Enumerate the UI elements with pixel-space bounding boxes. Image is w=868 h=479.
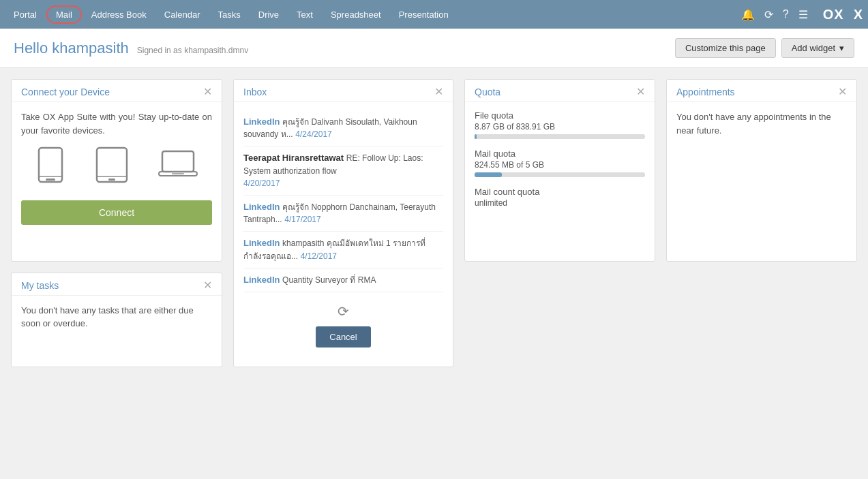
header-bar: Hello khampasith Signed in as khampasith… bbox=[0, 29, 868, 68]
inbox-date-4: 4/12/2017 bbox=[301, 251, 337, 261]
svg-rect-4 bbox=[108, 179, 115, 181]
nav-mail[interactable]: Mail bbox=[46, 5, 82, 24]
svg-rect-8 bbox=[172, 173, 184, 174]
inbox-close[interactable]: ✕ bbox=[434, 87, 443, 97]
nav-presentation[interactable]: Presentation bbox=[391, 5, 457, 24]
quota-body: File quota 8.87 GB of 838.91 GB Mail quo… bbox=[465, 102, 655, 226]
tablet-icon bbox=[95, 146, 129, 189]
inbox-sender-4: LinkedIn bbox=[243, 238, 280, 248]
inbox-item-5[interactable]: LinkedIn Quantity Surveyor ที่ RMA bbox=[243, 268, 443, 292]
quota-widget: Quota ✕ File quota 8.87 GB of 838.91 GB … bbox=[464, 79, 655, 262]
cancel-button[interactable]: Cancel bbox=[316, 326, 370, 347]
nav-portal[interactable]: Portal bbox=[5, 5, 45, 24]
nav-calendar[interactable]: Calendar bbox=[156, 5, 209, 24]
inbox-item-1[interactable]: LinkedIn คุณรู้จัก Dalivanh Sisoulath, V… bbox=[243, 110, 443, 146]
svg-rect-1 bbox=[46, 179, 55, 181]
help-icon[interactable]: ? bbox=[783, 8, 789, 20]
appointments-widget: Appointments ✕ You don't have any appoin… bbox=[666, 79, 857, 262]
header-left: Hello khampasith Signed in as khampasith… bbox=[14, 40, 248, 57]
appointments-description: You don't have any appointments in the n… bbox=[676, 110, 847, 137]
appointments-body: You don't have any appointments in the n… bbox=[667, 102, 856, 145]
add-widget-chevron: ▾ bbox=[839, 43, 844, 53]
header-greeting: Hello khampasith bbox=[14, 40, 129, 57]
inbox-sender-5: LinkedIn bbox=[243, 275, 280, 285]
ox-logo-x: X bbox=[854, 7, 863, 22]
inbox-sender-2: Teerapat Hiransrettawat bbox=[243, 153, 344, 163]
main-content: Connect your Device ✕ Take OX App Suite … bbox=[0, 68, 868, 378]
connect-description: Take OX App Suite with you! Stay up-to-d… bbox=[21, 110, 212, 137]
nav-spreadsheet[interactable]: Spreadsheet bbox=[323, 5, 389, 24]
quota-header: Quota ✕ bbox=[465, 80, 655, 102]
loading-spinner-icon: ⟳ bbox=[338, 303, 349, 320]
nav-addressbook[interactable]: Address Book bbox=[83, 5, 155, 24]
connect-button[interactable]: Connect bbox=[21, 200, 212, 225]
inbox-widget: Inbox ✕ LinkedIn คุณรู้จัก Dalivanh Siso… bbox=[233, 79, 453, 367]
nav-drive[interactable]: Drive bbox=[250, 5, 287, 24]
inbox-title: Inbox bbox=[243, 87, 267, 97]
mail-quota-bar-fill bbox=[475, 172, 502, 177]
mail-count-quota-label: Mail count quota bbox=[475, 187, 645, 197]
quota-title: Quota bbox=[475, 87, 500, 97]
mail-count-quota-value: unlimited bbox=[475, 198, 645, 208]
appointments-close[interactable]: ✕ bbox=[838, 87, 847, 97]
tasks-widget: My tasks ✕ You don't have any tasks that… bbox=[11, 273, 222, 367]
inbox-header: Inbox ✕ bbox=[234, 80, 453, 102]
quota-close[interactable]: ✕ bbox=[636, 87, 645, 97]
inbox-body: LinkedIn คุณรู้จัก Dalivanh Sisoulath, V… bbox=[234, 102, 453, 367]
nav-items: Portal Mail Address Book Calendar Tasks … bbox=[5, 5, 741, 24]
inbox-sender-3: LinkedIn bbox=[243, 202, 280, 212]
file-quota-section: File quota 8.87 GB of 838.91 GB bbox=[475, 110, 645, 139]
connect-device-title: Connect your Device bbox=[21, 87, 110, 97]
svg-rect-6 bbox=[162, 151, 194, 172]
file-quota-value: 8.87 GB of 838.91 GB bbox=[475, 122, 645, 132]
ox-logo: OX bbox=[823, 7, 844, 22]
tasks-body: You don't have any tasks that are either… bbox=[12, 296, 222, 339]
menu-icon[interactable]: ☰ bbox=[798, 8, 808, 21]
header-right: Customize this page Add widget ▾ bbox=[675, 38, 854, 58]
tasks-description: You don't have any tasks that are either… bbox=[21, 304, 212, 330]
bell-icon[interactable]: 🔔 bbox=[741, 8, 755, 21]
tasks-close[interactable]: ✕ bbox=[203, 280, 212, 291]
file-quota-bar-fill bbox=[475, 134, 477, 139]
nav-text[interactable]: Text bbox=[288, 5, 321, 24]
inbox-item-3[interactable]: LinkedIn คุณรู้จัก Nopphorn Danchainam, … bbox=[243, 196, 443, 232]
file-quota-bar-bg bbox=[475, 134, 645, 139]
add-widget-label: Add widget bbox=[792, 43, 835, 53]
appointments-header: Appointments ✕ bbox=[667, 80, 856, 102]
inbox-preview-5: Quantity Surveyor ที่ RMA bbox=[282, 275, 376, 285]
tasks-header: My tasks ✕ bbox=[12, 273, 222, 296]
top-navigation: Portal Mail Address Book Calendar Tasks … bbox=[0, 0, 868, 29]
add-widget-button[interactable]: Add widget ▾ bbox=[781, 38, 854, 58]
header-signed-in: Signed in as khampasith.dmnv bbox=[137, 46, 248, 55]
nav-tasks[interactable]: Tasks bbox=[210, 5, 249, 24]
inbox-loading: ⟳ Cancel bbox=[243, 292, 443, 358]
mail-quota-bar-bg bbox=[475, 172, 645, 177]
inbox-date-2: 4/20/2017 bbox=[243, 179, 280, 188]
mail-count-quota-section: Mail count quota unlimited bbox=[475, 187, 645, 208]
inbox-item-2[interactable]: Teerapat Hiransrettawat RE: Follow Up: L… bbox=[243, 146, 443, 196]
inbox-sender-1: LinkedIn bbox=[243, 117, 280, 127]
customize-page-button[interactable]: Customize this page bbox=[675, 38, 776, 58]
topnav-right: 🔔 ⟳ ? ☰ OX X bbox=[741, 7, 863, 22]
mail-quota-label: Mail quota bbox=[475, 149, 645, 159]
laptop-icon bbox=[158, 150, 198, 186]
mail-quota-value: 824.55 MB of 5 GB bbox=[475, 160, 645, 170]
inbox-date-1: 4/24/2017 bbox=[295, 129, 331, 139]
device-icons bbox=[21, 146, 212, 189]
connect-device-close[interactable]: ✕ bbox=[203, 87, 212, 97]
connect-device-widget: Connect your Device ✕ Take OX App Suite … bbox=[11, 79, 222, 262]
appointments-title: Appointments bbox=[676, 87, 735, 97]
inbox-item-4[interactable]: LinkedIn khampasith คุณมีอัพเดทใหม่ 1 รา… bbox=[243, 232, 443, 268]
phone-icon bbox=[35, 146, 65, 189]
connect-device-body: Take OX App Suite with you! Stay up-to-d… bbox=[12, 102, 222, 233]
inbox-date-3: 4/17/2017 bbox=[284, 215, 320, 224]
connect-device-header: Connect your Device ✕ bbox=[12, 80, 222, 102]
refresh-icon[interactable]: ⟳ bbox=[764, 8, 773, 21]
tasks-title: My tasks bbox=[21, 280, 59, 291]
file-quota-label: File quota bbox=[475, 110, 645, 121]
mail-quota-section: Mail quota 824.55 MB of 5 GB bbox=[475, 149, 645, 177]
